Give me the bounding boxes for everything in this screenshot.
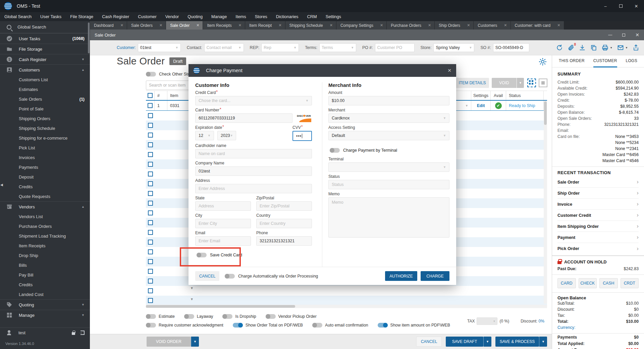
maximize-button[interactable] (613, 0, 629, 12)
cash-payment-button[interactable]: CASH (599, 278, 618, 288)
contact-select[interactable]: Contact email▼ (204, 43, 244, 52)
country-input[interactable]: Enter Country (256, 219, 312, 228)
menu-manage[interactable]: Manage (207, 14, 231, 19)
authorize-button[interactable]: AUTHORIZE (385, 271, 417, 281)
tab-ship-orders[interactable]: Ship Orders✕ (435, 21, 474, 30)
status-input[interactable]: Status (328, 180, 449, 189)
close-icon[interactable]: ✕ (330, 23, 333, 28)
close-icon[interactable]: ✕ (380, 23, 383, 28)
store-select[interactable]: Spring Valley▼ (433, 43, 474, 52)
tab-item-receipts[interactable]: Item Receipts✕ (203, 21, 245, 30)
close-icon[interactable]: ✕ (504, 23, 507, 28)
cardholder-input[interactable]: Name on card (195, 149, 312, 158)
row-checkbox[interactable] (148, 142, 153, 147)
row-checkbox[interactable] (148, 123, 153, 128)
tax-select[interactable]: ▼ (477, 317, 497, 325)
sidebar-item-global-search[interactable]: Global Search (0, 21, 90, 33)
tab-company-settings[interactable]: Company Settings✕ (336, 21, 387, 30)
save-process-button[interactable]: SAVE & PROCESS (495, 337, 539, 347)
tab-sale-orders[interactable]: Sale Orders✕ (127, 21, 166, 30)
phone-input[interactable]: 321231321321321 (256, 236, 312, 246)
table-vertical-scrollbar[interactable] (544, 101, 547, 304)
row-checkbox[interactable] (148, 279, 153, 284)
table-row-empty[interactable] (146, 286, 547, 296)
gear-icon[interactable] (539, 58, 547, 66)
sidebar-item-vendors[interactable]: Vendors ▲ (0, 201, 90, 212)
sidebar-item-user-tasks[interactable]: User Tasks (1068) (0, 33, 90, 44)
credit-payment-button[interactable]: CRDT (621, 278, 639, 288)
close-icon[interactable]: ✕ (467, 23, 470, 28)
tab-customer[interactable]: CUSTOMER (593, 55, 617, 67)
close-icon[interactable]: ✕ (447, 68, 451, 73)
sidebar-item-point-of-sale[interactable]: Point of Sale (0, 104, 90, 114)
select-all-checkbox[interactable] (148, 93, 153, 98)
menu-settings[interactable]: Settings (321, 14, 345, 19)
lock-icon[interactable] (72, 332, 75, 335)
show-order-total-toggle[interactable] (233, 323, 243, 328)
sidebar-item-customers-list[interactable]: Customers List (0, 75, 90, 85)
sidebar-user-row[interactable]: test (0, 328, 90, 338)
menu-vendor[interactable]: Vendor (161, 14, 183, 19)
sidebar-item-pay-bill[interactable]: Pay Bill (0, 270, 90, 280)
close-icon[interactable]: ✕ (159, 23, 162, 28)
menu-cash-register[interactable]: Cash Register (98, 14, 133, 19)
recent-pick-order[interactable]: Pick Order› (557, 243, 639, 254)
sidebar-item-file-storage[interactable]: File Storage (0, 44, 90, 54)
recent-invoice[interactable]: Invoice› (557, 199, 639, 210)
zip-input[interactable]: Enter Zip/Postal (256, 201, 312, 211)
sidebar-item-shipping-ecommerce[interactable]: Shipping for e-commerce (0, 133, 90, 143)
tab-this-order[interactable]: THIS ORDER (559, 55, 585, 67)
cvv-input[interactable]: ••• (292, 131, 312, 141)
row-expander-icon[interactable]: ▼ (190, 286, 194, 290)
table-row-empty[interactable] (146, 296, 547, 305)
address-input[interactable]: Enter Address (195, 184, 312, 193)
refresh-icon[interactable] (556, 44, 563, 51)
row-edit-link[interactable]: Edit (477, 103, 485, 108)
sidebar-item-cash-register[interactable]: $ Cash Register ▼ (0, 54, 90, 64)
table-horizontal-scrollbar[interactable] (146, 305, 547, 308)
currency-link[interactable]: Currency: (557, 325, 639, 331)
close-icon[interactable]: ✕ (120, 23, 123, 28)
terminal-select[interactable]: ▼ (328, 162, 449, 172)
layaway-toggle[interactable] (184, 314, 194, 319)
show-item-amount-toggle[interactable] (378, 323, 388, 328)
sidebar-item-shipment-load-tracking[interactable]: Shipment Load Tracking (0, 231, 90, 241)
tab-logs[interactable]: LOGS (626, 55, 637, 67)
close-icon[interactable]: ✕ (196, 23, 199, 28)
check-other-stores-toggle[interactable] (146, 72, 156, 77)
row-checkbox[interactable] (148, 171, 153, 177)
sidebar-scrollbar-thumb[interactable] (88, 22, 90, 53)
discount-value[interactable]: 0% (539, 319, 544, 323)
access-setting-select[interactable]: Default▼ (328, 131, 449, 140)
estimate-toggle[interactable] (146, 314, 156, 319)
menu-items[interactable]: Items (231, 14, 250, 19)
tab-customers[interactable]: Customers✕ (474, 21, 511, 30)
sidebar-item-sale-orders[interactable]: Sale Orders(1) (0, 94, 90, 104)
email-input[interactable]: Enter Email (195, 236, 251, 246)
row-status-link[interactable]: Ready to Ship (509, 103, 535, 108)
sidebar-item-deposit[interactable]: Deposit (0, 172, 90, 182)
menu-stores[interactable]: Stores (251, 14, 272, 19)
row-checkbox[interactable] (148, 220, 153, 225)
sidebar-item-vendor-credits[interactable]: Credits (0, 280, 90, 290)
sidebar-item-quote-requests[interactable]: Quote Requests (0, 192, 90, 201)
row-checkbox[interactable] (148, 162, 153, 167)
dialog-cancel-button[interactable]: CANCEL (195, 271, 219, 281)
void-order-button[interactable]: VOID ORDER (147, 337, 191, 347)
check-payment-button[interactable]: CHECK (579, 278, 597, 288)
city-input[interactable]: Enter City (195, 219, 251, 228)
grid-layout-icon[interactable] (539, 79, 547, 87)
rep-select[interactable]: Rep▼ (261, 43, 299, 52)
void-order-dropdown[interactable]: ▼ (191, 337, 199, 347)
menu-user-tasks[interactable]: User Tasks (36, 14, 66, 19)
row-expander-icon[interactable]: ▼ (190, 297, 194, 301)
mail-icon[interactable] (617, 44, 624, 51)
sidebar-item-manage[interactable]: Manage ▼ (0, 310, 90, 320)
card-payment-button[interactable]: CARD (557, 278, 576, 288)
po-input[interactable]: Customer PO (375, 43, 415, 52)
tab-item-receipt[interactable]: Item Receipt✕ (245, 21, 285, 30)
sidebar-item-pick-list[interactable]: Pick List (0, 143, 90, 153)
export-icon[interactable] (632, 44, 639, 51)
credit-card-select[interactable]: Chose the card...▼ (195, 96, 312, 105)
window-minimize-icon[interactable]: — (608, 33, 612, 37)
